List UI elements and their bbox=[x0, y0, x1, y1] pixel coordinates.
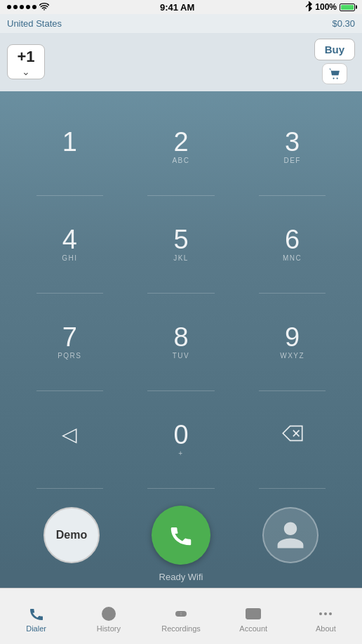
svg-point-13 bbox=[319, 612, 322, 615]
svg-point-14 bbox=[324, 612, 327, 615]
dialer-header: +1 ⌄ Buy bbox=[0, 33, 362, 91]
tab-history[interactable]: History bbox=[72, 589, 145, 644]
country-code-num: +1 bbox=[17, 49, 34, 65]
buy-button[interactable]: Buy bbox=[314, 39, 355, 60]
wifi-icon bbox=[39, 2, 49, 12]
phone-icon bbox=[168, 522, 194, 548]
country-label: United States bbox=[7, 18, 62, 29]
key-0[interactable]: 0 + bbox=[126, 391, 237, 489]
country-code-button[interactable]: +1 ⌄ bbox=[7, 44, 45, 79]
svg-point-15 bbox=[329, 612, 332, 615]
action-row: Demo bbox=[0, 496, 362, 572]
keypad: 1 2 ABC 3 DEF 4 GHI 5 JKL 6 MNC 7 PQRS bbox=[0, 91, 362, 496]
account-tab-icon bbox=[243, 606, 263, 622]
key-7[interactable]: 7 PQRS bbox=[14, 294, 126, 391]
about-tab-icon bbox=[316, 606, 335, 622]
key-delete[interactable] bbox=[236, 391, 348, 489]
key-5[interactable]: 5 JKL bbox=[126, 196, 237, 294]
key-9[interactable]: 9 WXYZ bbox=[236, 294, 348, 391]
action-section: Demo Ready Wifi bbox=[0, 496, 362, 588]
cart-icon[interactable] bbox=[322, 63, 347, 84]
svg-rect-10 bbox=[246, 609, 260, 619]
svg-point-0 bbox=[43, 9, 45, 11]
account-tab-label: Account bbox=[239, 624, 267, 633]
contacts-button[interactable] bbox=[262, 507, 319, 563]
key-8[interactable]: 8 TUV bbox=[126, 294, 237, 391]
recordings-tab-icon bbox=[171, 606, 191, 622]
signal-dots bbox=[7, 5, 36, 9]
svg-point-1 bbox=[333, 77, 334, 79]
tab-recordings[interactable]: Recordings bbox=[145, 589, 217, 644]
tab-about[interactable]: About bbox=[290, 589, 362, 644]
tab-account[interactable]: Account bbox=[217, 589, 290, 644]
buy-section: Buy bbox=[314, 39, 355, 84]
recordings-tab-label: Recordings bbox=[161, 624, 201, 633]
call-button[interactable] bbox=[152, 506, 210, 565]
dialer-tab-icon bbox=[27, 606, 46, 622]
status-bar: 9:41 AM 100% bbox=[0, 0, 362, 14]
key-2[interactable]: 2 ABC bbox=[126, 98, 237, 196]
top-bar: United States $0.30 bbox=[0, 14, 362, 33]
bluetooth-icon bbox=[305, 1, 312, 13]
key-3[interactable]: 3 DEF bbox=[236, 98, 348, 196]
key-6[interactable]: 6 MNC bbox=[236, 196, 348, 294]
status-right: 100% bbox=[305, 1, 355, 13]
history-tab-label: History bbox=[97, 624, 121, 633]
history-tab-icon bbox=[99, 606, 119, 622]
svg-point-2 bbox=[336, 77, 337, 79]
credit-label: $0.30 bbox=[332, 18, 355, 29]
person-icon bbox=[274, 519, 307, 551]
demo-button[interactable]: Demo bbox=[43, 507, 100, 563]
tab-bar: Dialer History Recordings bbox=[0, 588, 362, 644]
status-time: 9:41 AM bbox=[160, 2, 194, 13]
phone-input[interactable] bbox=[51, 53, 309, 71]
ready-status: Ready Wifi bbox=[0, 572, 362, 588]
dialer-tab-label: Dialer bbox=[26, 624, 46, 633]
battery-icon bbox=[340, 4, 355, 11]
battery-percent: 100% bbox=[315, 2, 337, 12]
status-left bbox=[7, 2, 49, 12]
key-4[interactable]: 4 GHI bbox=[14, 196, 126, 294]
chevron-down-icon: ⌄ bbox=[22, 66, 30, 77]
about-tab-label: About bbox=[316, 624, 336, 633]
key-1[interactable]: 1 bbox=[14, 98, 126, 196]
tab-dialer[interactable]: Dialer bbox=[0, 589, 72, 644]
key-back[interactable]: ◁ bbox=[14, 391, 126, 489]
